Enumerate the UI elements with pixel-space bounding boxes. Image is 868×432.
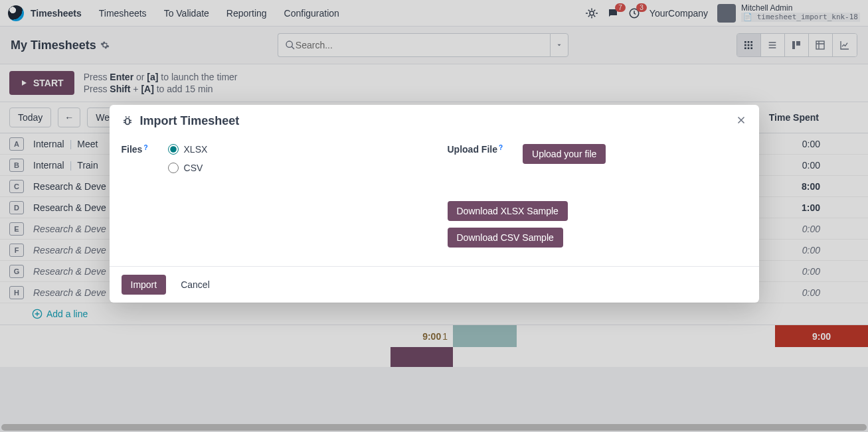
close-button[interactable] bbox=[735, 114, 747, 128]
radio-xlsx[interactable] bbox=[168, 144, 179, 155]
upload-label: Upload File? bbox=[448, 144, 503, 155]
import-timesheet-modal: Import Timesheet Files? XLSX CSV bbox=[110, 105, 759, 303]
import-button[interactable]: Import bbox=[122, 275, 167, 295]
svg-rect-16 bbox=[126, 118, 130, 124]
modal-overlay: Import Timesheet Files? XLSX CSV bbox=[0, 0, 868, 432]
file-type-csv[interactable]: CSV bbox=[168, 163, 208, 173]
bug-icon bbox=[122, 115, 133, 127]
download-xlsx-button[interactable]: Download XLSX Sample bbox=[448, 201, 568, 221]
modal-title: Import Timesheet bbox=[140, 114, 240, 128]
files-label: Files? bbox=[122, 144, 148, 155]
download-csv-button[interactable]: Download CSV Sample bbox=[448, 228, 563, 248]
cancel-button[interactable]: Cancel bbox=[174, 275, 217, 295]
close-icon bbox=[735, 114, 747, 126]
upload-file-button[interactable]: Upload your file bbox=[523, 144, 606, 164]
file-type-xlsx[interactable]: XLSX bbox=[168, 144, 208, 155]
radio-csv[interactable] bbox=[168, 163, 179, 173]
